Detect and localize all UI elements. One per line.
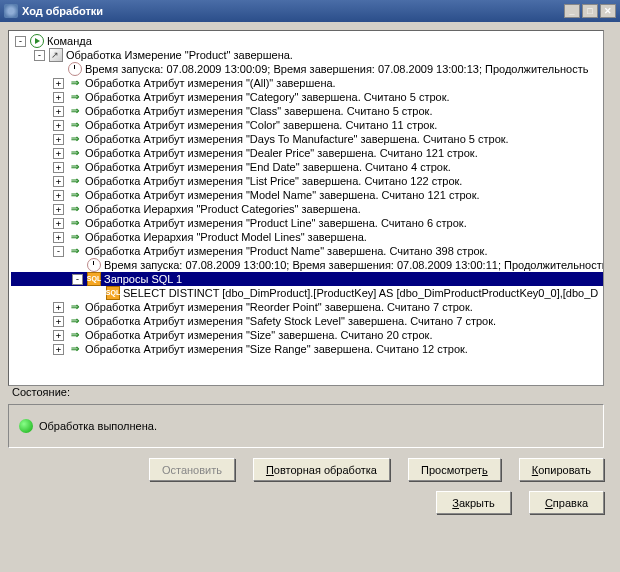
tree-item[interactable]: +⇒Обработка Иерархия "Product Model Line… — [11, 230, 603, 244]
success-icon — [19, 419, 33, 433]
tree-label: Обработка Атрибут измерения "Color" заве… — [85, 118, 437, 132]
tree-item[interactable]: +⇒Обработка Атрибут измерения "Size" зав… — [11, 328, 603, 342]
expand-toggle[interactable]: + — [53, 134, 64, 145]
expand-toggle[interactable]: + — [53, 162, 64, 173]
arrow-icon: ⇒ — [68, 146, 82, 160]
tree-time[interactable]: Время запуска: 07.08.2009 13:00:09; Врем… — [11, 62, 603, 76]
tree-label: Обработка Атрибут измерения "Size Range"… — [85, 342, 468, 356]
titlebar: Ход обработки _ □ ✕ — [0, 0, 620, 22]
tree-item[interactable]: +⇒Обработка Атрибут измерения "End Date"… — [11, 160, 603, 174]
tree-item[interactable]: +⇒Обработка Атрибут измерения "Reorder P… — [11, 300, 603, 314]
expand-toggle[interactable]: + — [53, 106, 64, 117]
stop-button[interactable]: Остановить — [149, 458, 235, 481]
tree-item[interactable]: +⇒Обработка Атрибут измерения "Days To M… — [11, 132, 603, 146]
tree-label: Обработка Атрибут измерения "Class" заве… — [85, 104, 432, 118]
copy-button[interactable]: Копировать — [519, 458, 604, 481]
button-row-1: Остановить Повторная обработка Просмотре… — [8, 458, 604, 481]
sql-icon: SQL — [87, 272, 101, 286]
tree-item[interactable]: +⇒Обработка Атрибут измерения "Product L… — [11, 216, 603, 230]
arrow-icon: ⇒ — [68, 160, 82, 174]
tree-item[interactable]: +⇒Обработка Атрибут измерения "Model Nam… — [11, 188, 603, 202]
expand-toggle[interactable]: + — [53, 148, 64, 159]
tree-label: Обработка Атрибут измерения "Dealer Pric… — [85, 146, 478, 160]
arrow-icon: ⇒ — [68, 244, 82, 258]
arrow-icon: ⇒ — [68, 90, 82, 104]
expand-toggle[interactable]: - — [34, 50, 45, 61]
sql-icon: SQL — [106, 286, 120, 300]
minimize-button[interactable]: _ — [564, 4, 580, 18]
main-panel: -Команда-Обработка Измерение "Product" з… — [0, 22, 620, 522]
tree-item[interactable]: +⇒Обработка Атрибут измерения "List Pric… — [11, 174, 603, 188]
tree-item[interactable]: +⇒Обработка Атрибут измерения "Size Rang… — [11, 342, 603, 356]
app-icon — [4, 4, 18, 18]
status-label: Состояние: — [8, 386, 612, 398]
tree-view[interactable]: -Команда-Обработка Измерение "Product" з… — [8, 30, 604, 386]
tree-item[interactable]: +⇒Обработка Иерархия "Product Categories… — [11, 202, 603, 216]
arrow-icon: ⇒ — [68, 328, 82, 342]
tree-label: Запросы SQL 1 — [104, 272, 182, 286]
expand-toggle[interactable]: + — [53, 204, 64, 215]
arrow-icon: ⇒ — [68, 342, 82, 356]
tree-label: Время запуска: 07.08.2009 13:00:10; Врем… — [104, 258, 603, 272]
expand-toggle[interactable]: + — [53, 316, 64, 327]
expand-toggle[interactable]: - — [15, 36, 26, 47]
expand-toggle[interactable]: + — [53, 232, 64, 243]
close-button[interactable]: ✕ — [600, 4, 616, 18]
tree-label: Обработка Атрибут измерения "Safety Stoc… — [85, 314, 496, 328]
tree-label: Обработка Атрибут измерения "List Price"… — [85, 174, 462, 188]
status-panel: Обработка выполнена. — [8, 404, 604, 448]
expand-toggle[interactable]: + — [53, 78, 64, 89]
tree-label: SELECT DISTINCT [dbo_DimProduct].[Produc… — [123, 286, 598, 300]
tree-label: Обработка Атрибут измерения "Category" з… — [85, 90, 450, 104]
tree-label: Обработка Атрибут измерения "(All)" заве… — [85, 76, 336, 90]
tree-item[interactable]: +⇒Обработка Атрибут измерения "Dealer Pr… — [11, 146, 603, 160]
expand-toggle[interactable]: + — [53, 176, 64, 187]
window-title: Ход обработки — [22, 5, 564, 17]
arrow-icon: ⇒ — [68, 132, 82, 146]
tree-dimension[interactable]: -Обработка Измерение "Product" завершена… — [11, 48, 603, 62]
arrow-icon: ⇒ — [68, 216, 82, 230]
tree-label: Обработка Атрибут измерения "Reorder Poi… — [85, 300, 473, 314]
tree-label: Обработка Атрибут измерения "Days To Man… — [85, 132, 509, 146]
tree-sql-queries[interactable]: -SQLЗапросы SQL 1 — [11, 272, 603, 286]
arrow-icon: ⇒ — [68, 230, 82, 244]
arrow-icon: ⇒ — [68, 118, 82, 132]
tree-root[interactable]: -Команда — [11, 34, 603, 48]
expand-toggle[interactable]: + — [53, 218, 64, 229]
arrow-icon: ⇒ — [68, 76, 82, 90]
tree-item[interactable]: +⇒Обработка Атрибут измерения "Category"… — [11, 90, 603, 104]
expand-toggle[interactable]: + — [53, 344, 64, 355]
expand-toggle[interactable]: + — [53, 120, 64, 131]
clock-icon — [68, 62, 82, 76]
tree-item[interactable]: +⇒Обработка Атрибут измерения "(All)" за… — [11, 76, 603, 90]
tree-label: Обработка Иерархия "Product Categories" … — [85, 202, 361, 216]
button-row-2: Закрыть Справка — [8, 491, 604, 514]
reprocess-button[interactable]: Повторная обработка — [253, 458, 390, 481]
arrow-icon: ⇒ — [68, 188, 82, 202]
arrow-icon: ⇒ — [68, 174, 82, 188]
close-btn[interactable]: Закрыть — [436, 491, 511, 514]
dimension-icon — [49, 48, 63, 62]
expand-toggle[interactable]: - — [72, 274, 83, 285]
view-button[interactable]: Просмотреть — [408, 458, 501, 481]
expand-toggle[interactable]: + — [53, 330, 64, 341]
tree-label: Обработка Измерение "Product" завершена. — [66, 48, 293, 62]
arrow-icon: ⇒ — [68, 202, 82, 216]
expand-toggle[interactable]: + — [53, 92, 64, 103]
tree-time[interactable]: Время запуска: 07.08.2009 13:00:10; Врем… — [11, 258, 603, 272]
tree-item[interactable]: +⇒Обработка Атрибут измерения "Color" за… — [11, 118, 603, 132]
expand-toggle[interactable]: + — [53, 190, 64, 201]
tree-item-open[interactable]: -⇒Обработка Атрибут измерения "Product N… — [11, 244, 603, 258]
maximize-button[interactable]: □ — [582, 4, 598, 18]
tree-label: Обработка Атрибут измерения "Product Lin… — [85, 216, 467, 230]
expand-toggle[interactable]: - — [53, 246, 64, 257]
tree-label: Обработка Атрибут измерения "Product Nam… — [85, 244, 487, 258]
help-button[interactable]: Справка — [529, 491, 604, 514]
tree-item[interactable]: +⇒Обработка Атрибут измерения "Class" за… — [11, 104, 603, 118]
tree-label: Обработка Атрибут измерения "Model Name"… — [85, 188, 480, 202]
tree-item[interactable]: +⇒Обработка Атрибут измерения "Safety St… — [11, 314, 603, 328]
tree-label: Обработка Атрибут измерения "End Date" з… — [85, 160, 451, 174]
tree-label: Обработка Атрибут измерения "Size" завер… — [85, 328, 432, 342]
tree-sql-statement[interactable]: SQLSELECT DISTINCT [dbo_DimProduct].[Pro… — [11, 286, 603, 300]
expand-toggle[interactable]: + — [53, 302, 64, 313]
